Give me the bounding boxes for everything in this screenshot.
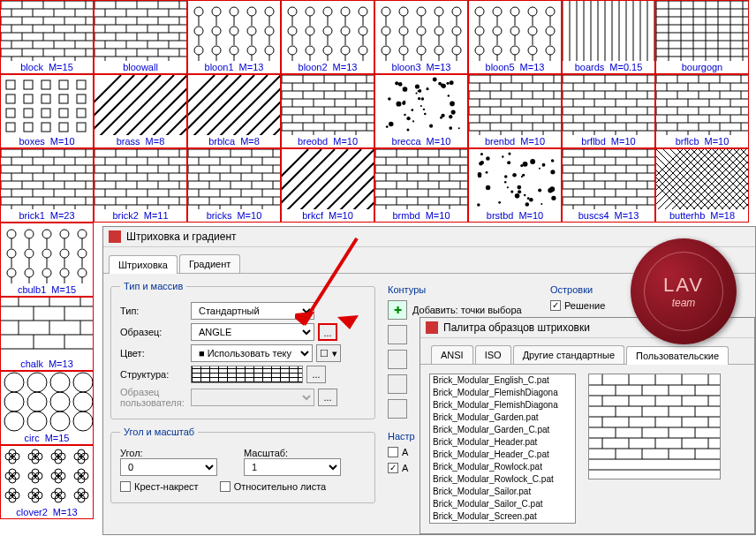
pattern-brflcb[interactable]: brflcbM=10 [655,74,749,148]
pattern-buscs4[interactable]: buscs4M=13 [562,148,655,223]
pattern-butterhb[interactable]: butterhbM=18 [655,148,749,223]
pattern-cbulb1[interactable]: cbulb1M=15 [0,223,94,297]
svg-point-902 [4,411,24,431]
list-item[interactable]: Brick_Modular_FlemishDiagona [430,399,575,411]
list-item[interactable]: Brick_Modular_Sailor_C.pat [430,498,575,510]
pattern-bloon5[interactable]: bloon5M=13 [468,0,562,74]
svg-rect-248 [42,80,50,89]
svg-point-729 [504,175,508,178]
svg-point-739 [510,190,513,193]
tab-user[interactable]: Пользовательские [626,346,729,365]
svg-line-833 [706,149,748,209]
pattern-list[interactable]: Brick_Modular_English_C.patBrick_Modular… [429,374,576,524]
check-cross[interactable]: Крест-накрест [120,481,199,492]
svg-point-114 [247,7,256,16]
pattern-clover2[interactable]: clover2M=13 [0,445,94,519]
tab-ansi[interactable]: ANSI [431,345,473,364]
svg-line-279 [193,75,254,135]
list-item[interactable]: Brick_Modular_Rowlock_C.pat [430,473,575,486]
svg-point-736 [551,196,556,200]
svg-point-130 [288,46,297,55]
svg-rect-260 [77,109,86,117]
svg-rect-254 [59,94,68,103]
struct-browse-button[interactable]: ... [306,366,326,383]
list-item[interactable]: Brick_Modular_Screen_C.pat [430,523,575,524]
add-points-button[interactable]: ✚ [388,300,407,320]
legend-type: Тип и массив [120,281,186,291]
recreate-button[interactable] [388,374,407,394]
select-scale[interactable]: 1 [244,458,341,476]
pattern-bloon3[interactable]: bloon3M=13 [374,0,468,74]
list-item[interactable]: Brick_Modular_Header.pat [430,436,575,449]
list-item[interactable]: Brick_Modular_FlemishDiagona [430,387,575,399]
user-sample-browse[interactable]: ... [318,389,337,406]
pattern-boxes[interactable]: boxesM=10 [0,74,94,148]
palette-title: Палитра образцов штриховки [443,321,590,334]
svg-point-178 [435,46,443,55]
svg-point-850 [7,249,16,258]
tab-other[interactable]: Другие стандартные [513,345,624,364]
list-item[interactable]: Brick_Modular_Garden.pat [430,411,575,424]
tab-hatch[interactable]: Штриховка [109,255,178,274]
add-objects-button[interactable] [388,325,407,344]
view-button[interactable] [388,399,407,419]
pattern-circ[interactable]: circM=15 [0,371,94,445]
pattern-block[interactable]: blockM=15 [0,0,94,74]
svg-point-359 [423,109,425,110]
svg-line-285 [272,75,280,135]
svg-point-164 [399,26,408,35]
svg-point-343 [418,97,420,100]
tab-gradient[interactable]: Градиент [179,254,240,273]
select-angle[interactable]: 0 [120,458,217,476]
check-relative[interactable]: Относительно листа [220,481,327,492]
svg-point-339 [449,115,452,118]
svg-point-104 [212,26,221,35]
label-user-sample: Образец пользователя: [120,387,191,408]
pattern-boards[interactable]: boardsM=0.15 [562,0,655,74]
svg-point-152 [359,26,367,35]
pattern-chalk[interactable]: chalkM=13 [0,297,94,371]
list-item[interactable]: Brick_Modular_Sailor.pat [430,486,575,498]
svg-point-896 [50,373,70,392]
pattern-brecca[interactable]: breccaM=10 [374,74,468,148]
pattern-breobd[interactable]: breobdM=10 [281,74,374,148]
list-item[interactable]: Brick_Modular_Rowlock.pat [430,461,575,473]
svg-point-904 [50,411,70,431]
color-extra-button[interactable]: ☐ ▾ [316,344,341,362]
pattern-brass[interactable]: brassM=8 [94,74,187,148]
svg-line-814 [656,149,704,209]
svg-point-166 [399,46,408,55]
pattern-brick1[interactable]: brick1M=23 [0,148,94,223]
svg-point-128 [288,26,297,35]
pattern-bloon2[interactable]: bloon2M=13 [281,0,374,74]
pattern-brflbd[interactable]: brflbdM=10 [562,74,655,148]
pattern-brblca[interactable]: brblcaM=8 [187,74,281,148]
svg-point-202 [510,46,519,55]
svg-point-192 [493,7,502,16]
list-item[interactable]: Brick_Modular_Header_C.pat [430,449,575,461]
contours-title: Контуры [388,284,538,295]
pattern-bloowall[interactable]: bloowall [94,0,187,74]
pattern-bourgogn[interactable]: bourgogn [655,0,749,74]
select-color[interactable]: ■ Использовать теку [191,344,313,362]
pattern-brenbd[interactable]: brenbdM=10 [468,74,562,148]
svg-point-363 [420,105,422,107]
pattern-brick2[interactable]: brick2M=11 [94,148,187,223]
svg-point-369 [388,97,391,101]
pattern-brstbd[interactable]: brstbdM=10 [468,148,562,223]
legend-angle: Угол и масштаб [120,427,198,437]
svg-point-182 [452,26,461,35]
remove-button[interactable] [388,350,407,369]
tab-iso[interactable]: ISO [475,345,511,364]
structure-swatch[interactable] [191,366,303,383]
svg-point-106 [212,46,221,55]
pattern-bricks[interactable]: bricksM=10 [187,148,281,223]
list-item[interactable]: Brick_Modular_English_C.pat [430,374,575,387]
list-item[interactable]: Brick_Modular_Screen.pat [430,510,575,523]
pattern-bloon1[interactable]: bloon1M=13 [187,0,281,74]
svg-point-124 [265,46,274,55]
svg-rect-265 [77,123,86,132]
pattern-brmbd[interactable]: brmbdM=10 [374,148,468,223]
list-item[interactable]: Brick_Modular_Garden_C.pat [430,424,575,436]
pattern-brkcf[interactable]: brkcfM=10 [281,148,374,223]
